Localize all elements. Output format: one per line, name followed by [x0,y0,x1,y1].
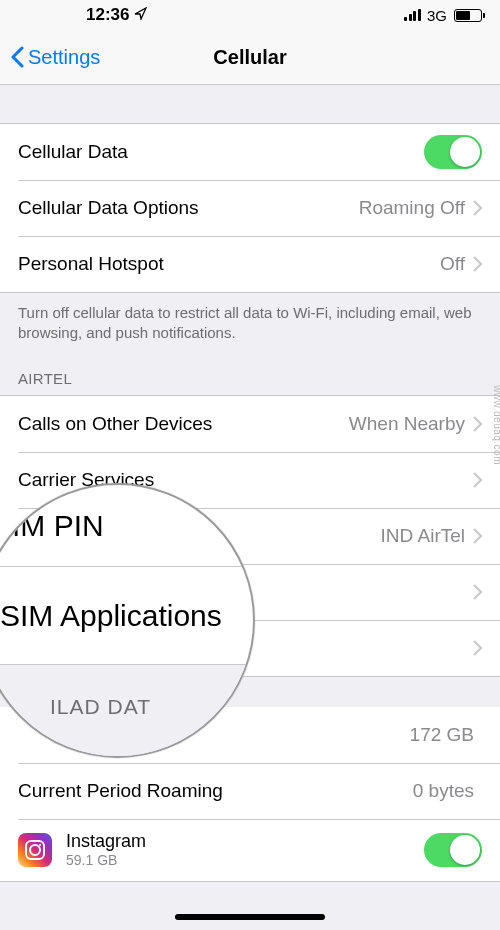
cellular-data-row[interactable]: Cellular Data [0,124,500,180]
instagram-icon [18,833,52,867]
status-right: 3G [404,7,482,24]
cellular-data-label: Cellular Data [18,141,424,163]
cellular-section: Cellular Data Cellular Data Options Roam… [0,123,500,293]
magnifier-sim-apps-row: SIM Applications [0,567,253,665]
network-value: IND AirTel [381,525,465,547]
settings-screen: 12:36 3G Settings Cellular Cellular Data [0,0,500,930]
network-label: 3G [427,7,447,24]
chevron-right-icon [473,528,482,544]
signal-icon [404,9,421,21]
hotspot-value: Off [440,253,465,275]
status-bar: 12:36 3G [0,0,500,30]
cellular-footer: Turn off cellular data to restrict all d… [0,293,500,352]
calls-value: When Nearby [349,413,465,435]
chevron-right-icon [473,584,482,600]
chevron-right-icon [473,640,482,656]
hotspot-label: Personal Hotspot [18,253,440,275]
status-time: 12:36 [86,5,129,25]
chevron-right-icon [473,472,482,488]
chevron-right-icon [473,200,482,216]
period-roaming-label: Current Period Roaming [18,780,413,802]
period-total-value: 172 GB [410,724,474,746]
battery-icon [454,9,482,22]
app-toggle[interactable] [424,833,482,867]
back-label: Settings [28,46,100,69]
chevron-left-icon [10,46,24,68]
status-left: 12:36 [18,5,147,25]
nav-bar: Settings Cellular [0,30,500,85]
back-button[interactable]: Settings [0,46,100,69]
location-icon [134,5,147,25]
calls-row[interactable]: Calls on Other Devices When Nearby [0,396,500,452]
cellular-options-label: Cellular Data Options [18,197,359,219]
chevron-right-icon [473,416,482,432]
calls-label: Calls on Other Devices [18,413,349,435]
chevron-right-icon [473,256,482,272]
cellular-data-toggle[interactable] [424,135,482,169]
period-roaming-row[interactable]: Current Period Roaming 0 bytes [0,763,500,819]
watermark: www.deuaq.com [493,385,501,465]
app-size: 59.1 GB [66,852,424,868]
app-instagram-row[interactable]: Instagram 59.1 GB [0,819,500,881]
cellular-options-row[interactable]: Cellular Data Options Roaming Off [0,180,500,236]
hotspot-row[interactable]: Personal Hotspot Off [0,236,500,292]
home-indicator[interactable] [175,914,325,920]
carrier-header: AIRTEL [0,352,500,395]
cellular-options-value: Roaming Off [359,197,465,219]
period-roaming-value: 0 bytes [413,780,474,802]
app-name: Instagram [66,831,424,852]
